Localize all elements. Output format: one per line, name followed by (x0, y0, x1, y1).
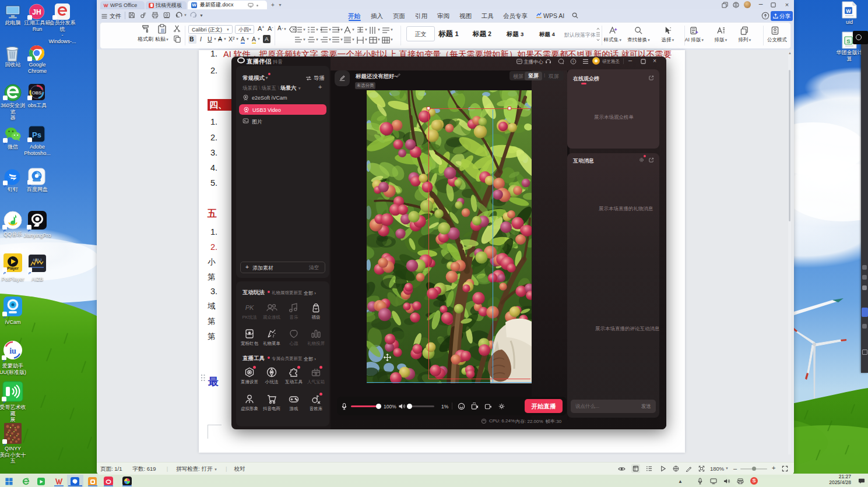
svg-text:iu: iu (9, 347, 16, 355)
svg-text:JH: JH (32, 8, 41, 16)
svg-text:S: S (846, 38, 850, 44)
svg-text:Player: Player (7, 266, 19, 271)
svg-text:OBS: OBS (32, 90, 42, 96)
svg-text:?: ? (572, 60, 575, 63)
svg-text:AIZB 3: AIZB 3 (33, 258, 42, 262)
svg-text:Ps: Ps (32, 130, 41, 139)
svg-text:W: W (846, 8, 851, 14)
svg-text:PK: PK (245, 304, 254, 311)
